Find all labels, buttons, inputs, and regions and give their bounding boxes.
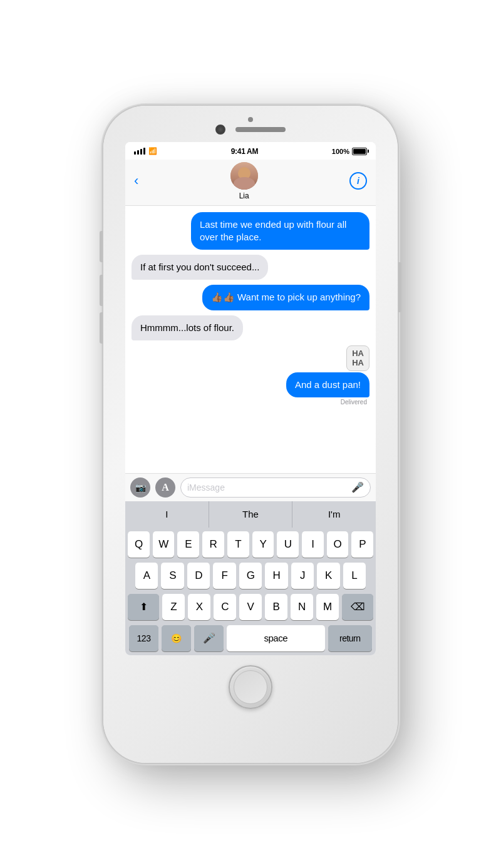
key-j[interactable]: J bbox=[291, 563, 314, 589]
earpiece-speaker bbox=[235, 127, 286, 132]
keyboard-row-2: A S D F G H J K L bbox=[128, 563, 373, 589]
autocomplete-bar: I The I'm bbox=[125, 501, 376, 528]
key-p[interactable]: P bbox=[351, 531, 373, 558]
message-text: And a dust pan! bbox=[295, 379, 361, 390]
appstore-button[interactable]: A bbox=[155, 477, 175, 498]
signal-bar-3 bbox=[140, 149, 142, 155]
autocomplete-item-the[interactable]: The bbox=[209, 501, 293, 528]
key-t[interactable]: T bbox=[227, 531, 249, 558]
top-hardware bbox=[215, 125, 286, 135]
key-l[interactable]: L bbox=[343, 563, 366, 589]
input-bar: 📷 A iMessage 🎤 bbox=[125, 473, 376, 501]
message-bubble-received-2: Hmmmm...lots of flour. bbox=[132, 315, 243, 340]
autocomplete-item-im[interactable]: I'm bbox=[292, 501, 376, 528]
key-y[interactable]: Y bbox=[252, 531, 274, 558]
delete-key[interactable]: ⌫ bbox=[342, 594, 373, 620]
battery-shape bbox=[352, 148, 367, 155]
numbers-key[interactable]: 123 bbox=[129, 625, 158, 651]
camera-icon: 📷 bbox=[135, 483, 146, 493]
mic-icon[interactable]: 🎤 bbox=[351, 481, 364, 493]
imessage-input[interactable]: iMessage 🎤 bbox=[180, 477, 371, 498]
key-x[interactable]: X bbox=[188, 594, 210, 620]
autocomplete-label: I'm bbox=[328, 509, 341, 519]
messages-area: Last time we ended up with flour all ove… bbox=[125, 206, 376, 473]
message-row: Last time we ended up with flour all ove… bbox=[132, 212, 369, 250]
home-button-inner bbox=[234, 670, 267, 704]
message-text: Hmmmm...lots of flour. bbox=[140, 322, 234, 333]
message-text: Last time we ended up with flour all ove… bbox=[200, 219, 346, 242]
home-button[interactable] bbox=[229, 665, 272, 709]
key-f[interactable]: F bbox=[213, 563, 235, 589]
message-bubble-sent-3: And a dust pan! bbox=[286, 372, 369, 397]
contact-name: Lia bbox=[239, 191, 249, 200]
nav-bar: ‹ Lia i bbox=[125, 160, 376, 206]
message-bubble-received-1: If at first you don't succeed... bbox=[132, 255, 268, 280]
key-r[interactable]: R bbox=[202, 531, 224, 558]
status-bar: 📶 9:41 AM 100% bbox=[125, 142, 376, 160]
wifi-icon: 📶 bbox=[148, 147, 157, 155]
avatar[interactable] bbox=[230, 162, 258, 190]
autocomplete-item-i[interactable]: I bbox=[125, 501, 209, 528]
key-i[interactable]: I bbox=[302, 531, 324, 558]
message-text: 👍🏽👍🏽 Want me to pick up anything? bbox=[211, 292, 361, 302]
status-time: 9:41 AM bbox=[231, 147, 258, 156]
key-a[interactable]: A bbox=[135, 563, 158, 589]
key-v[interactable]: V bbox=[239, 594, 262, 620]
message-row-sticker: HAHA And a dust pan! Delivered bbox=[132, 345, 369, 406]
battery-icon bbox=[352, 148, 367, 155]
key-u[interactable]: U bbox=[277, 531, 299, 558]
key-c[interactable]: C bbox=[214, 594, 236, 620]
camera-button[interactable]: 📷 bbox=[130, 477, 150, 498]
avatar-face bbox=[230, 162, 258, 190]
message-bubble-sent-1: Last time we ended up with flour all ove… bbox=[191, 212, 369, 250]
return-key[interactable]: return bbox=[328, 625, 372, 651]
key-n[interactable]: N bbox=[291, 594, 313, 620]
nav-center: Lia bbox=[230, 162, 258, 200]
scene: 📶 9:41 AM 100% ‹ bbox=[0, 0, 501, 868]
delivered-label: Delivered bbox=[341, 399, 369, 406]
key-b[interactable]: B bbox=[265, 594, 287, 620]
key-h[interactable]: H bbox=[265, 563, 287, 589]
key-o[interactable]: O bbox=[327, 531, 349, 558]
signal-bar-1 bbox=[134, 151, 136, 155]
keyboard-row-3: ⬆ Z X C V B N M ⌫ bbox=[128, 594, 373, 620]
status-left: 📶 bbox=[134, 147, 157, 155]
back-button[interactable]: ‹ bbox=[134, 174, 138, 188]
info-button[interactable]: i bbox=[349, 172, 367, 190]
message-row: If at first you don't succeed... bbox=[132, 255, 369, 280]
key-z[interactable]: Z bbox=[162, 594, 185, 620]
front-camera bbox=[215, 125, 225, 135]
autocomplete-label: I bbox=[165, 509, 168, 519]
shift-key[interactable]: ⬆ bbox=[128, 594, 159, 620]
message-row: Hmmmm...lots of flour. bbox=[132, 315, 369, 340]
signal-bar-2 bbox=[137, 150, 139, 155]
keyboard: Q W E R T Y U I O P A S D F G bbox=[125, 528, 376, 655]
battery-percent-label: 100% bbox=[332, 148, 349, 155]
message-bubble-sent-2: 👍🏽👍🏽 Want me to pick up anything? bbox=[202, 285, 369, 310]
speaker-dot bbox=[248, 117, 253, 122]
key-k[interactable]: K bbox=[317, 563, 339, 589]
keyboard-row-bottom: 123 😊 🎤 space return bbox=[128, 625, 373, 651]
keyboard-row-1: Q W E R T Y U I O P bbox=[128, 531, 373, 558]
key-w[interactable]: W bbox=[153, 531, 175, 558]
key-e[interactable]: E bbox=[177, 531, 199, 558]
emoji-key[interactable]: 😊 bbox=[162, 625, 191, 651]
phone-shell: 📶 9:41 AM 100% ‹ bbox=[103, 106, 398, 763]
autocomplete-label: The bbox=[242, 509, 259, 519]
status-right: 100% bbox=[332, 148, 367, 155]
haha-sticker: HAHA bbox=[346, 345, 369, 371]
key-q[interactable]: Q bbox=[128, 531, 150, 558]
key-m[interactable]: M bbox=[316, 594, 339, 620]
appstore-icon: A bbox=[162, 482, 169, 493]
signal-icon bbox=[134, 148, 145, 155]
space-key[interactable]: space bbox=[227, 625, 325, 651]
signal-bar-4 bbox=[143, 148, 145, 155]
key-s[interactable]: S bbox=[161, 563, 183, 589]
key-g[interactable]: G bbox=[239, 563, 262, 589]
mic-key[interactable]: 🎤 bbox=[194, 625, 224, 651]
imessage-placeholder: iMessage bbox=[187, 483, 225, 493]
screen: 📶 9:41 AM 100% ‹ bbox=[125, 142, 376, 655]
message-row: 👍🏽👍🏽 Want me to pick up anything? bbox=[132, 285, 369, 310]
message-text: If at first you don't succeed... bbox=[140, 262, 259, 272]
key-d[interactable]: D bbox=[187, 563, 210, 589]
